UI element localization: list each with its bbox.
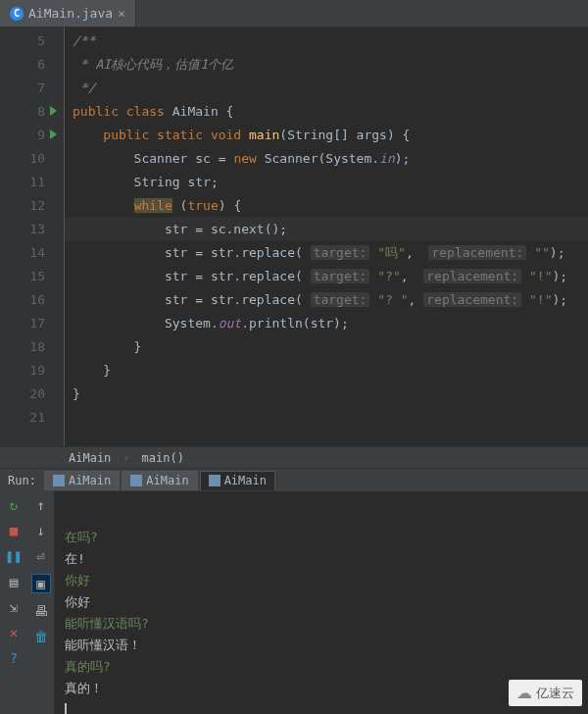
attach-icon[interactable]: ⇲ <box>6 599 22 615</box>
console-output-line: 在! <box>65 548 588 570</box>
run-actions-column-2: ↑ ↓ ⏎ ▣ 🖶 🗑 <box>27 491 55 714</box>
cloud-icon: ☁ <box>516 684 532 702</box>
breadcrumb-method[interactable]: main() <box>142 451 184 465</box>
code-line[interactable]: public static void main(String[] args) { <box>73 124 588 147</box>
console-input-line: 你好 <box>65 570 588 591</box>
code-line[interactable]: } <box>73 382 588 406</box>
line-number: 7 <box>0 76 45 100</box>
line-number: 6 <box>0 53 45 76</box>
close-icon[interactable]: × <box>118 6 125 21</box>
code-editor[interactable]: 56789101112131415161718192021 /** * AI核心… <box>0 27 588 446</box>
code-line[interactable]: */ <box>73 76 588 100</box>
run-config-tab[interactable]: AiMain <box>200 471 275 490</box>
run-config-tab[interactable]: AiMain <box>44 471 120 490</box>
editor-tab-bar: C AiMain.java × <box>0 0 588 27</box>
code-line[interactable]: str = str.replace( target: "吗", replacem… <box>73 241 588 265</box>
java-class-icon: C <box>10 7 24 21</box>
code-line[interactable]: System.out.println(str); <box>73 312 588 335</box>
breadcrumb-class[interactable]: AiMain <box>69 451 111 465</box>
line-number: 9 <box>0 124 45 147</box>
file-tab[interactable]: C AiMain.java × <box>0 0 136 26</box>
run-label: Run: <box>0 474 44 487</box>
line-number-gutter: 56789101112131415161718192021 <box>0 27 51 446</box>
line-number: 16 <box>0 288 45 312</box>
up-icon[interactable]: ↑ <box>33 497 49 513</box>
stop-icon[interactable]: ■ <box>6 523 22 538</box>
run-config-icon <box>209 475 220 486</box>
console-input-line: 能听懂汉语吗? <box>65 613 588 635</box>
tab-filename: AiMain.java <box>28 6 113 21</box>
code-line[interactable]: String str; <box>73 171 588 194</box>
line-number: 8 <box>0 100 45 124</box>
fold-column <box>51 27 65 446</box>
layout-icon[interactable]: ▤ <box>6 574 22 589</box>
line-number: 11 <box>0 171 45 194</box>
help-icon[interactable]: ? <box>6 650 22 666</box>
scroll-end-icon[interactable]: ▣ <box>31 574 51 593</box>
console-output-line: 你好 <box>65 591 588 613</box>
code-line[interactable]: str = str.replace( target: "? ", replace… <box>73 288 588 312</box>
run-config-tab[interactable]: AiMain <box>122 471 197 490</box>
line-number: 10 <box>0 147 45 171</box>
run-gutter-icon[interactable] <box>50 129 57 139</box>
watermark-text: 亿速云 <box>536 685 574 702</box>
code-line[interactable] <box>73 406 588 430</box>
code-line[interactable]: while (true) { <box>73 194 588 218</box>
code-line[interactable]: str = sc.next(); <box>65 218 588 241</box>
chevron-right-icon: › <box>122 451 129 465</box>
line-number: 13 <box>0 218 45 241</box>
print-icon[interactable]: 🖶 <box>33 603 49 619</box>
code-line[interactable]: Scanner sc = new Scanner(System.in); <box>73 147 588 171</box>
code-line[interactable]: public class AiMain { <box>73 100 588 124</box>
console-input-line: 在吗? <box>65 527 588 548</box>
line-number: 5 <box>0 29 45 53</box>
trash-icon[interactable]: 🗑 <box>33 629 49 644</box>
run-actions-column-1: ↻ ■ ❚❚ ▤ ⇲ ✕ ? <box>0 491 27 714</box>
line-number: 20 <box>0 382 45 406</box>
run-gutter-icon[interactable] <box>50 106 57 116</box>
line-number: 21 <box>0 406 45 430</box>
line-number: 19 <box>0 359 45 382</box>
code-line[interactable]: * AI核心代码，估值1个亿 <box>73 53 588 76</box>
line-number: 14 <box>0 241 45 265</box>
line-number: 12 <box>0 194 45 218</box>
console-output-line: 能听懂汉语！ <box>65 635 588 656</box>
code-line[interactable]: } <box>73 335 588 359</box>
console-input-line: 真的吗? <box>65 656 588 678</box>
run-config-icon <box>53 475 65 486</box>
code-area[interactable]: /** * AI核心代码，估值1个亿 */public class AiMain… <box>65 27 588 446</box>
pause-icon[interactable]: ❚❚ <box>6 548 22 564</box>
line-number: 18 <box>0 335 45 359</box>
rerun-icon[interactable]: ↻ <box>6 497 22 513</box>
down-icon[interactable]: ↓ <box>33 523 49 538</box>
code-line[interactable]: /** <box>73 29 588 53</box>
run-tab-bar: Run: AiMainAiMainAiMain <box>0 468 588 491</box>
watermark: ☁ 亿速云 <box>509 680 582 706</box>
line-number: 15 <box>0 265 45 288</box>
code-line[interactable]: } <box>73 359 588 382</box>
line-number: 17 <box>0 312 45 335</box>
code-line[interactable]: str = str.replace( target: "?", replacem… <box>73 265 588 288</box>
run-tool-window: ↻ ■ ❚❚ ▤ ⇲ ✕ ? ↑ ↓ ⏎ ▣ 🖶 🗑 在吗?在!你好你好能听懂汉… <box>0 491 588 714</box>
breadcrumb: AiMain › main() <box>0 446 588 468</box>
console-cursor <box>65 703 67 714</box>
close-run-icon[interactable]: ✕ <box>6 625 22 640</box>
wrap-icon[interactable]: ⏎ <box>33 548 49 564</box>
run-config-icon <box>130 475 142 486</box>
